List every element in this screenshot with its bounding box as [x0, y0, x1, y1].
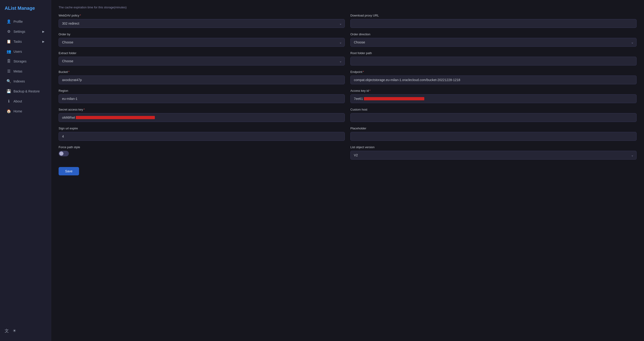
- webdav-policy-label: WebDAV policy*: [58, 14, 345, 17]
- sidebar-item-storages[interactable]: 🗄 Storages: [2, 57, 49, 66]
- root-folder-path-label: Root folder path: [350, 51, 636, 55]
- secret-key-prefix: oMI6Rwt: [62, 116, 75, 119]
- list-object-version-select-wrapper: V1 V2: [350, 151, 636, 160]
- indexes-icon: 🔍: [6, 79, 11, 83]
- main-content: The cache expiration time for this stora…: [51, 0, 644, 341]
- redact-bar-access-key: [364, 97, 424, 100]
- bucket-input[interactable]: [58, 75, 345, 84]
- extract-folder-label: Extract folder: [58, 51, 345, 55]
- chevron-right-icon: ▶: [42, 30, 44, 33]
- sidebar-item-about[interactable]: ℹ About: [2, 97, 49, 106]
- sidebar-item-label: Users: [14, 50, 44, 53]
- sidebar-item-label: Metas: [14, 69, 44, 73]
- extract-folder-select-wrapper: Choose Front Back: [58, 57, 345, 65]
- force-path-style-toggle-wrapper: [58, 151, 345, 156]
- sidebar-nav: 👤 Profile ⚙ Settings ▶ 📋 Tasks ▶ 👥 Users…: [0, 16, 51, 324]
- form-group-access-key-id: Access key id* 7ee61: [350, 89, 636, 103]
- required-mark: *: [68, 70, 70, 74]
- form-group-sign-url-expire: Sign url expire: [58, 127, 345, 141]
- form-group-secret-access-key: Secret access key* oMI6Rwt: [58, 108, 345, 122]
- sidebar-item-label: Backup & Restore: [14, 89, 44, 93]
- access-key-id-field[interactable]: 7ee61: [350, 94, 636, 103]
- sidebar-item-backup-restore[interactable]: 💾 Backup & Restore: [2, 87, 49, 96]
- form-row-bucket: Bucket* Endpoint*: [58, 70, 636, 84]
- order-by-select-wrapper: Choose Name Size Modified: [58, 38, 345, 47]
- webdav-policy-select[interactable]: 302 redirect Use proxy URL Native proxy: [58, 19, 345, 28]
- access-key-id-label: Access key id*: [350, 89, 636, 92]
- custom-host-input[interactable]: [350, 113, 636, 122]
- sidebar-item-label: Settings: [14, 30, 40, 33]
- force-path-style-toggle[interactable]: [58, 151, 69, 156]
- form-group-order-by: Order by Choose Name Size Modified: [58, 32, 345, 47]
- placeholder-input[interactable]: [350, 132, 636, 141]
- sidebar-item-metas[interactable]: ☰ Metas: [2, 67, 49, 76]
- download-proxy-url-input[interactable]: [350, 19, 636, 28]
- sidebar-item-tasks[interactable]: 📋 Tasks ▶: [2, 37, 49, 46]
- chevron-right-icon: ▶: [42, 40, 44, 43]
- theme-icon[interactable]: ☀: [12, 328, 16, 333]
- sidebar-bottom: 文 ☀: [0, 324, 51, 337]
- translate-icon[interactable]: 文: [5, 328, 9, 334]
- storages-icon: 🗄: [6, 59, 11, 63]
- form-row-region: Region Access key id* 7ee61: [58, 89, 636, 103]
- save-button[interactable]: Save: [58, 167, 79, 175]
- region-input[interactable]: [58, 94, 345, 103]
- form-row-sign: Sign url expire Placeholder: [58, 127, 636, 141]
- sidebar-item-label: Tasks: [14, 40, 40, 43]
- form-group-download-proxy-url: Download proxy URL: [350, 14, 636, 28]
- force-path-style-label: Force path style: [58, 145, 345, 149]
- sidebar-item-settings[interactable]: ⚙ Settings ▶: [2, 27, 49, 36]
- list-object-version-label: List object version: [350, 145, 636, 149]
- form-row-webdav: WebDAV policy* 302 redirect Use proxy UR…: [58, 14, 636, 28]
- form-row-force-path: Force path style List object version V1 …: [58, 145, 636, 160]
- order-direction-select[interactable]: Choose Ascending Descending: [350, 38, 636, 47]
- root-folder-path-input[interactable]: [350, 57, 636, 65]
- order-by-label: Order by: [58, 32, 345, 36]
- placeholder-label: Placeholder: [350, 127, 636, 130]
- order-direction-select-wrapper: Choose Ascending Descending: [350, 38, 636, 47]
- extract-folder-select[interactable]: Choose Front Back: [58, 57, 345, 65]
- redact-bar-secret-key: [76, 116, 155, 119]
- form-group-list-object-version: List object version V1 V2: [350, 145, 636, 160]
- sign-url-expire-input[interactable]: [58, 132, 345, 141]
- form-row-order: Order by Choose Name Size Modified Order…: [58, 32, 636, 47]
- users-icon: 👥: [6, 49, 11, 54]
- download-proxy-url-label: Download proxy URL: [350, 14, 636, 17]
- endpoint-input[interactable]: [350, 75, 636, 84]
- order-by-select[interactable]: Choose Name Size Modified: [58, 38, 345, 47]
- sidebar-item-home[interactable]: 🏠 Home: [2, 107, 49, 116]
- list-object-version-select[interactable]: V1 V2: [350, 151, 636, 160]
- backup-icon: 💾: [6, 89, 11, 93]
- sidebar-item-label: Profile: [14, 20, 44, 23]
- order-direction-label: Order direction: [350, 32, 636, 36]
- app-logo: AList Manage: [0, 4, 51, 16]
- sidebar-item-indexes[interactable]: 🔍 Indexes: [2, 77, 49, 86]
- form-group-order-direction: Order direction Choose Ascending Descend…: [350, 32, 636, 47]
- bucket-label: Bucket*: [58, 70, 345, 74]
- custom-host-label: Custom host: [350, 108, 636, 111]
- endpoint-label: Endpoint*: [350, 70, 636, 74]
- secret-access-key-field[interactable]: oMI6Rwt: [58, 113, 345, 122]
- form-group-root-folder-path: Root folder path: [350, 51, 636, 65]
- form-group-placeholder: Placeholder: [350, 127, 636, 141]
- sidebar-item-label: About: [14, 99, 44, 103]
- required-mark: *: [363, 70, 364, 74]
- required-mark: *: [84, 108, 85, 111]
- sign-url-expire-label: Sign url expire: [58, 127, 345, 130]
- metas-icon: ☰: [6, 69, 11, 73]
- about-icon: ℹ: [6, 99, 11, 103]
- form-row-folder: Extract folder Choose Front Back Root fo…: [58, 51, 636, 65]
- form-group-endpoint: Endpoint*: [350, 70, 636, 84]
- region-label: Region: [58, 89, 345, 92]
- form-group-bucket: Bucket*: [58, 70, 345, 84]
- profile-icon: 👤: [6, 19, 11, 24]
- sidebar-item-users[interactable]: 👥 Users: [2, 47, 49, 56]
- form-group-custom-host: Custom host: [350, 108, 636, 122]
- settings-icon: ⚙: [6, 29, 11, 34]
- form-row-secret: Secret access key* oMI6Rwt Custom host: [58, 108, 636, 122]
- sidebar-item-profile[interactable]: 👤 Profile: [2, 17, 49, 26]
- home-icon: 🏠: [6, 109, 11, 113]
- webdav-policy-select-wrapper: 302 redirect Use proxy URL Native proxy: [58, 19, 345, 28]
- form-group-force-path-style: Force path style: [58, 145, 345, 160]
- form-group-extract-folder: Extract folder Choose Front Back: [58, 51, 345, 65]
